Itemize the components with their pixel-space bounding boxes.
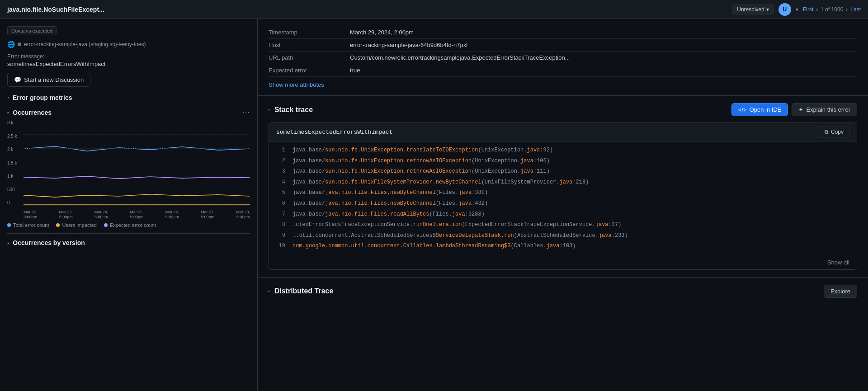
line-content-2: java.base/sun.nio.fs.UnixException.rethr… — [292, 156, 550, 166]
y-label-3k: 3 k — [7, 120, 17, 125]
error-group-metrics-title: Error group metrics — [13, 94, 72, 101]
app-name: error-tracking-sample-java (staging.stg-… — [24, 41, 146, 47]
legend-label-expected: Expected error count — [110, 222, 156, 228]
chart-x-labels: Mar 22,5:00pm Mar 23,5:00pm Mar 24,5:00p… — [24, 210, 250, 220]
explain-error-button[interactable]: ✦ Explain this error — [792, 103, 857, 116]
attr-timestamp-value: March 29, 2024, 2:00pm — [350, 26, 857, 39]
stack-lines: 1 java.base/sun.nio.fs.UnixException.tra… — [269, 141, 857, 255]
line-content-5: java.base/java.nio.file.Files.newByteCha… — [292, 188, 488, 198]
copy-button[interactable]: ⧉ Copy — [819, 127, 849, 137]
occurrences-by-version-header[interactable]: › Occurrences by version — [7, 233, 250, 246]
attr-host-value: error-tracking-sample-java-64b9d6b4fd-n7… — [350, 39, 857, 52]
explore-button[interactable]: Explore — [824, 285, 857, 298]
stack-line-8: 8 …ctedErrorStackTraceExceptionService.r… — [269, 220, 857, 231]
legend-total-error: Total error count — [7, 222, 49, 228]
y-label-2-5k: 2.5 k — [7, 134, 17, 139]
stack-line-10: 10 com.google.common.util.concurrent.Cal… — [269, 241, 857, 252]
stack-line-5: 5 java.base/java.nio.file.Files.newByteC… — [269, 188, 857, 198]
x-label-2: Mar 23,5:00pm — [59, 210, 73, 220]
pagination-last[interactable]: Last — [850, 6, 861, 13]
x-label-4: Mar 25,5:00pm — [130, 210, 144, 220]
line-content-9: ….util.concurrent.AbstractScheduledServi… — [292, 231, 628, 241]
avatar[interactable]: U — [778, 3, 791, 16]
occurrences-header: › Occurrences ··· — [7, 108, 250, 117]
top-bar: java.nio.file.NoSuchFileExcept... Unreso… — [0, 0, 868, 19]
pagination-current: 1 of 1000 — [821, 6, 843, 13]
error-message-block: Error message: sometimesExpectedErrorsWi… — [7, 53, 250, 67]
attr-expected-error-label: Expected error — [269, 64, 350, 77]
chevron-icon-version: › — [7, 240, 9, 246]
pagination-first[interactable]: First — [803, 6, 813, 13]
status-badge[interactable]: Unresolved ▾ — [732, 5, 774, 14]
page-title: java.nio.file.NoSuchFileExcept... — [7, 6, 727, 13]
show-all-link[interactable]: Show all — [827, 259, 849, 266]
explore-label: Explore — [830, 288, 850, 295]
attr-timestamp-label: Timestamp — [269, 26, 350, 39]
line-content-1: java.base/sun.nio.fs.UnixException.trans… — [292, 146, 553, 155]
grid-line-2k — [24, 148, 250, 149]
chart-legend: Total error count Users impacted Expecte… — [7, 222, 250, 228]
open-in-ide-button[interactable]: </> Open in IDE — [731, 103, 788, 116]
legend-dot-total — [7, 223, 11, 227]
line-content-10: com.google.common.util.concurrent.Callab… — [292, 241, 576, 251]
start-discussion-button[interactable]: 💬 Start a new Discussion — [7, 73, 90, 87]
left-panel: Contains expected 🌐 error-tracking-sampl… — [0, 19, 258, 391]
more-options-icon[interactable]: ··· — [243, 108, 250, 117]
discussion-button-label: Start a new Discussion — [24, 76, 84, 83]
occurrences-chart: 0 500 1 k 1.5 k 2 k 2.5 k 3 k — [7, 120, 250, 220]
chart-area — [24, 120, 250, 206]
line-content-6: java.base/java.nio.file.Files.newByteCha… — [292, 199, 488, 209]
line-num-3: 3 — [276, 167, 285, 177]
line-num-6: 6 — [276, 199, 285, 209]
line-num-2: 2 — [276, 156, 285, 166]
attributes-area: Timestamp March 29, 2024, 2:00pm Host er… — [258, 19, 868, 96]
stack-trace-header: › Stack trace </> Open in IDE ✦ Explain … — [269, 103, 857, 116]
grid-line-1k — [24, 177, 250, 177]
attr-host-label: Host — [269, 39, 350, 52]
code-icon: </> — [738, 106, 747, 113]
y-label-500: 500 — [7, 187, 17, 192]
line-num-4: 4 — [276, 178, 285, 188]
stack-line-3: 3 java.base/sun.nio.fs.UnixException.ret… — [269, 166, 857, 177]
occurrences-title: Occurrences — [13, 109, 239, 116]
dist-trace-title: Distributed Trace — [274, 287, 820, 295]
stack-line-9: 9 ….util.concurrent.AbstractScheduledSer… — [269, 231, 857, 241]
y-label-1k: 1 k — [7, 174, 17, 179]
pagination-prev[interactable]: ‹ — [816, 6, 818, 13]
x-label-1: Mar 22,5:00pm — [24, 210, 38, 220]
line-content-8: …ctedErrorStackTraceExceptionService.run… — [292, 220, 621, 230]
grid-line-1-5k — [24, 163, 250, 163]
stack-line-7: 7 java.base/java.nio.file.Files.readAllB… — [269, 209, 857, 220]
line-num-8: 8 — [276, 220, 285, 230]
right-panel: Timestamp March 29, 2024, 2:00pm Host er… — [258, 19, 868, 391]
y-label-1-5k: 1.5 k — [7, 160, 17, 165]
stack-trace-box: sometimesExpectedErrorsWithImpact ⧉ Copy… — [269, 122, 857, 270]
badge-label: Contains expected — [7, 26, 57, 35]
x-label-3: Mar 24,5:00pm — [94, 210, 108, 220]
show-more-attributes-link[interactable]: Show more attributes — [269, 81, 324, 88]
pagination-next[interactable]: › — [846, 6, 848, 13]
copy-label: Copy — [831, 129, 844, 135]
line-num-7: 7 — [276, 210, 285, 220]
x-label-5: Mar 26,5:00pm — [165, 210, 179, 220]
legend-expected-error: Expected error count — [104, 222, 156, 228]
status-dot — [18, 42, 21, 46]
attr-url-label: URL path — [269, 52, 350, 64]
dist-trace-header: › Distributed Trace Explore — [269, 285, 857, 298]
error-message-label: Error message: — [7, 53, 250, 60]
attr-url-value: Custom/com.newrelic.errortrackingsamplej… — [350, 52, 857, 64]
app-info: 🌐 error-tracking-sample-java (staging.st… — [7, 41, 250, 48]
legend-label-users: Users impacted — [62, 222, 96, 228]
error-group-metrics-header[interactable]: › Error group metrics — [7, 92, 250, 103]
stack-line-6: 6 java.base/java.nio.file.Files.newByteC… — [269, 198, 857, 209]
attr-expected-error-value: true — [350, 64, 857, 77]
discussion-icon: 💬 — [14, 76, 21, 83]
line-content-4: java.base/sun.nio.fs.UnixFileSystemProvi… — [292, 178, 589, 188]
pagination: First ‹ 1 of 1000 › Last — [803, 6, 861, 13]
line-num-5: 5 — [276, 188, 285, 198]
chevron-down-icon-avatar: ▾ — [796, 6, 798, 13]
line-content-3: java.base/sun.nio.fs.UnixException.rethr… — [292, 167, 550, 177]
grid-line-500 — [24, 191, 250, 191]
stack-line-1: 1 java.base/sun.nio.fs.UnixException.tra… — [269, 145, 857, 156]
attributes-grid: Timestamp March 29, 2024, 2:00pm Host er… — [269, 26, 857, 77]
